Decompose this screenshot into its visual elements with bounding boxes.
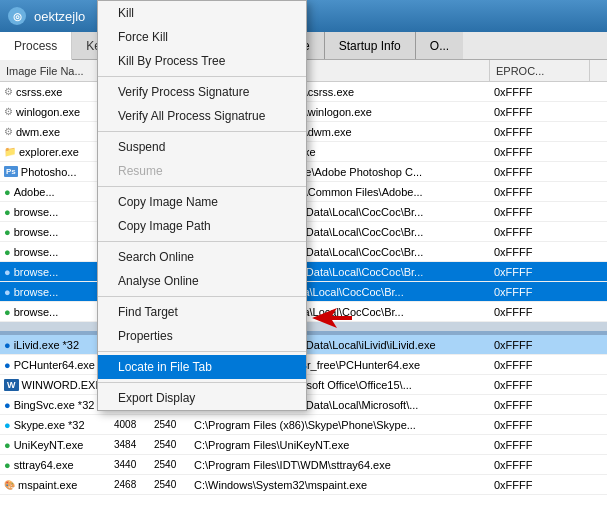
cell-name: ● sttray64.exe [0,455,110,474]
process-icon: ● [4,359,11,371]
col-header-epro[interactable]: EPROC... [490,60,590,81]
process-icon: ⚙ [4,86,13,97]
tab-process[interactable]: Process [0,32,72,60]
menu-separator [98,351,306,352]
cell-epro: 0xFFFF [490,395,590,414]
cell-epro: 0xFFFF [490,222,590,241]
cell-path: C:\Program Files\UniKeyNT.exe [190,435,490,454]
menu-item-export[interactable]: Export Display [98,386,306,410]
tab-other[interactable]: O... [415,32,463,59]
cell-pid: 2468 [110,475,150,494]
process-icon: ● [4,439,11,451]
process-icon: ● [4,206,11,218]
col-header-name[interactable]: Image File Na... [0,60,110,81]
cell-name: ● BingSvc.exe *32 [0,395,110,414]
menu-item-analyse[interactable]: Analyse Online [98,269,306,293]
cell-name: W WINWORD.EXE [0,375,110,394]
cell-epro: 0xFFFF [490,162,590,181]
table-row[interactable]: ● UniKeyNT.exe 3484 2540 C:\Program File… [0,435,607,455]
cell-epro: 0xFFFF [490,335,590,354]
menu-item-kill[interactable]: Kill [98,1,306,25]
menu-separator [98,241,306,242]
menu-separator [98,296,306,297]
menu-separator [98,131,306,132]
cell-epro: 0xFFFF [490,122,590,141]
table-row[interactable]: ● Skype.exe *32 4008 2540 C:\Program Fil… [0,415,607,435]
menu-item-properties[interactable]: Properties [98,324,306,348]
cell-path: C:\Program Files (x86)\Skype\Phone\Skype… [190,415,490,434]
cell-ppid: 2540 [150,415,190,434]
cell-epro: 0xFFFF [490,375,590,394]
cell-name: ● browse... [0,262,110,281]
menu-item-verify-all[interactable]: Verify All Process Signatrue [98,104,306,128]
cell-epro: 0xFFFF [490,302,590,321]
cell-name: ⚙ csrss.exe [0,82,110,101]
cell-epro: 0xFFFF [490,102,590,121]
cell-name: ⚙ dwm.exe [0,122,110,141]
cell-epro: 0xFFFF [490,182,590,201]
cell-epro: 0xFFFF [490,475,590,494]
process-icon: ⚙ [4,126,13,137]
process-icon: Ps [4,166,18,177]
process-icon: ● [4,286,11,298]
cell-name: ● browse... [0,282,110,301]
tab-startup[interactable]: Startup Info [324,32,415,59]
cell-epro: 0xFFFF [490,142,590,161]
process-icon: ● [4,399,11,411]
menu-item-verify-sig[interactable]: Verify Process Signature [98,80,306,104]
cell-name: ● browse... [0,302,110,321]
cell-epro: 0xFFFF [490,282,590,301]
menu-separator [98,382,306,383]
cell-pid: 3440 [110,455,150,474]
cell-name: 📁 explorer.exe [0,142,110,161]
cell-pid: 4008 [110,415,150,434]
cell-name: Ps Photosho... [0,162,110,181]
process-icon: ⚙ [4,106,13,117]
process-icon: W [4,379,19,391]
app-icon: ◎ [8,7,26,25]
cell-ppid: 2540 [150,435,190,454]
cell-pid: 3484 [110,435,150,454]
process-icon: ● [4,266,11,278]
cell-epro: 0xFFFF [490,435,590,454]
table-row[interactable]: 🎨 mspaint.exe 2468 2540 C:\Windows\Syste… [0,475,607,495]
cell-ppid: 2540 [150,455,190,474]
process-icon: 📁 [4,146,16,157]
menu-item-force-kill[interactable]: Force Kill [98,25,306,49]
menu-item-resume[interactable]: Resume [98,159,306,183]
cell-epro: 0xFFFF [490,262,590,281]
process-icon: ● [4,246,11,258]
process-icon: 🎨 [4,480,15,490]
process-icon: ● [4,306,11,318]
cell-name: ⚙ winlogon.exe [0,102,110,121]
cell-name: ● Adobe... [0,182,110,201]
menu-item-locate-file-tab[interactable]: Locate in File Tab [98,355,306,379]
menu-item-find-target[interactable]: Find Target [98,300,306,324]
context-menu: Kill Force Kill Kill By Process Tree Ver… [97,0,307,411]
cell-name: ● UniKeyNT.exe [0,435,110,454]
cell-name: ● browse... [0,202,110,221]
process-icon: ● [4,226,11,238]
cell-ppid: 2540 [150,475,190,494]
cell-name: 🎨 mspaint.exe [0,475,110,494]
cell-epro: 0xFFFF [490,415,590,434]
menu-separator [98,76,306,77]
cell-name: ● browse... [0,222,110,241]
process-icon: ● [4,186,11,198]
cell-name: ● browse... [0,242,110,261]
cell-epro: 0xFFFF [490,355,590,374]
cell-epro: 0xFFFF [490,455,590,474]
process-icon: ● [4,339,11,351]
menu-item-search[interactable]: Search Online [98,245,306,269]
cell-path: C:\Windows\System32\mspaint.exe [190,475,490,494]
menu-item-suspend[interactable]: Suspend [98,135,306,159]
cell-epro: 0xFFFF [490,202,590,221]
menu-item-copy-path[interactable]: Copy Image Path [98,214,306,238]
table-row[interactable]: ● sttray64.exe 3440 2540 C:\Program File… [0,455,607,475]
menu-item-kill-tree[interactable]: Kill By Process Tree [98,49,306,73]
cell-name: ● iLivid.exe *32 [0,335,110,354]
cell-epro: 0xFFFF [490,82,590,101]
process-icon: ● [4,459,11,471]
menu-separator [98,186,306,187]
menu-item-copy-name[interactable]: Copy Image Name [98,190,306,214]
